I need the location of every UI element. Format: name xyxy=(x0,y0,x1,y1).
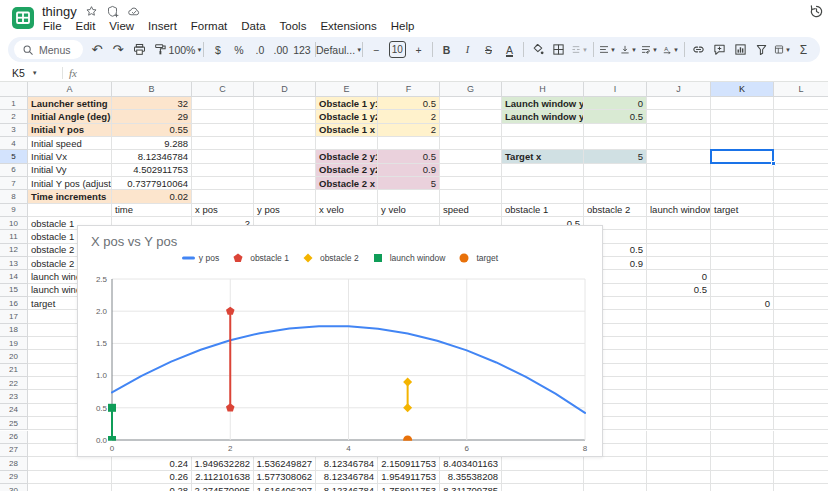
cell-D9[interactable]: y pos xyxy=(254,204,316,217)
cell-K21[interactable] xyxy=(711,364,774,377)
row-header-23[interactable]: 23 xyxy=(0,390,28,403)
cell-J7[interactable] xyxy=(647,177,711,190)
cell-F7[interactable]: 5 xyxy=(378,177,440,190)
menu-edit[interactable]: Edit xyxy=(69,18,103,34)
row-header-13[interactable]: 13 xyxy=(0,257,28,270)
menu-view[interactable]: View xyxy=(102,18,141,34)
menu-data[interactable]: Data xyxy=(234,18,272,34)
cell-J19[interactable] xyxy=(647,337,711,350)
cell-J2[interactable] xyxy=(647,110,711,123)
cell-J11[interactable] xyxy=(647,230,711,243)
cell-H29[interactable] xyxy=(502,471,584,484)
cell-I6[interactable] xyxy=(584,164,647,177)
cell-D28[interactable]: 1.536249827 xyxy=(254,457,316,470)
cell-I7[interactable] xyxy=(584,177,647,190)
cell-F1[interactable]: 0.5 xyxy=(378,97,440,110)
cell-K17[interactable] xyxy=(711,310,774,323)
cell-A6[interactable]: Initial Vy xyxy=(28,164,112,177)
cell-G9[interactable]: speed xyxy=(440,204,502,217)
cell-I9[interactable]: obstacle 2 xyxy=(584,204,647,217)
cell-B6[interactable]: 4.502911753 xyxy=(112,164,192,177)
cell-L19[interactable] xyxy=(774,337,828,350)
cell-C6[interactable] xyxy=(192,164,254,177)
menu-help[interactable]: Help xyxy=(384,18,422,34)
cell-L14[interactable] xyxy=(774,270,828,283)
cell-A2[interactable]: Initial Angle (deg) xyxy=(28,110,112,123)
row-header-4[interactable]: 4 xyxy=(0,137,28,150)
search-menus-button[interactable]: Menus xyxy=(14,40,83,59)
font-select[interactable]: Defaul...▼ xyxy=(319,39,358,60)
cell-C3[interactable] xyxy=(192,124,254,137)
sheets-logo-icon[interactable] xyxy=(11,6,35,34)
cell-K14[interactable] xyxy=(711,270,774,283)
menu-format[interactable]: Format xyxy=(184,18,234,34)
cell-K11[interactable] xyxy=(711,230,774,243)
cell-K3[interactable] xyxy=(711,124,774,137)
cell-D3[interactable] xyxy=(254,124,316,137)
col-header-K[interactable]: K xyxy=(711,82,774,97)
cell-K23[interactable] xyxy=(711,390,774,403)
cell-J21[interactable] xyxy=(647,364,711,377)
cell-L22[interactable] xyxy=(774,377,828,390)
cell-A1[interactable]: Launcher setting xyxy=(28,97,112,110)
strikethrough-button[interactable]: S xyxy=(478,39,499,60)
cell-L26[interactable] xyxy=(774,431,828,444)
cell-E5[interactable]: Obstacle 2 y1 xyxy=(316,150,378,163)
embedded-chart[interactable]: X pos vs Y pos y posobstacle 1obstacle 2… xyxy=(77,225,603,457)
cell-D8[interactable] xyxy=(254,190,316,203)
cell-B7[interactable]: 0.7377910064 xyxy=(112,177,192,190)
row-header-29[interactable]: 29 xyxy=(0,471,28,484)
cell-H9[interactable]: obstacle 1 xyxy=(502,204,584,217)
active-cell-outline[interactable] xyxy=(710,149,774,163)
row-header-17[interactable]: 17 xyxy=(0,310,28,323)
zoom-select[interactable]: 100%▼ xyxy=(171,39,201,60)
col-header-L[interactable]: L xyxy=(774,82,828,97)
cell-K7[interactable] xyxy=(711,177,774,190)
cell-K10[interactable] xyxy=(711,217,774,230)
cell-A5[interactable]: Initial Vx xyxy=(28,150,112,163)
cell-J17[interactable] xyxy=(647,310,711,323)
cell-K2[interactable] xyxy=(711,110,774,123)
cell-J14[interactable]: 0 xyxy=(647,270,711,283)
text-rotate-button[interactable]: A ▼ xyxy=(660,39,681,60)
cell-F30[interactable]: 1.758911753 xyxy=(378,484,440,491)
cell-L30[interactable] xyxy=(774,484,828,491)
cell-F8[interactable] xyxy=(378,190,440,203)
cell-H3[interactable] xyxy=(502,124,584,137)
cell-F28[interactable]: 2.150911753 xyxy=(378,457,440,470)
cell-J29[interactable] xyxy=(647,471,711,484)
cell-C28[interactable]: 1.949632282 xyxy=(192,457,254,470)
cell-J8[interactable] xyxy=(647,190,711,203)
cell-I30[interactable] xyxy=(584,484,647,491)
cell-J27[interactable] xyxy=(647,444,711,457)
cell-K18[interactable] xyxy=(711,324,774,337)
cell-H28[interactable] xyxy=(502,457,584,470)
cell-E1[interactable]: Obstacle 1 y1 xyxy=(316,97,378,110)
cell-E4[interactable] xyxy=(316,137,378,150)
menu-file[interactable]: File xyxy=(36,18,69,34)
cell-B9[interactable]: time xyxy=(112,204,192,217)
decrease-decimal-button[interactable]: .0 xyxy=(249,39,270,60)
cell-E28[interactable]: 8.12346784 xyxy=(316,457,378,470)
col-header-F[interactable]: F xyxy=(378,82,440,97)
cell-B2[interactable]: 29 xyxy=(112,110,192,123)
cell-H1[interactable]: Launch window y1 xyxy=(502,97,584,110)
cell-L25[interactable] xyxy=(774,417,828,430)
cell-A7[interactable]: Initial Y pos (adjusted) xyxy=(28,177,112,190)
cell-L27[interactable] xyxy=(774,444,828,457)
document-title[interactable]: thingy xyxy=(42,4,77,19)
select-all-corner[interactable] xyxy=(0,82,28,97)
insert-comment-button[interactable] xyxy=(709,39,730,60)
menu-tools[interactable]: Tools xyxy=(273,18,314,34)
cell-J23[interactable] xyxy=(647,390,711,403)
cell-C9[interactable]: x pos xyxy=(192,204,254,217)
cell-I4[interactable] xyxy=(584,137,647,150)
cell-A30[interactable] xyxy=(28,484,112,491)
cell-C30[interactable]: 2.274570995 xyxy=(192,484,254,491)
cell-B28[interactable]: 0.24 xyxy=(112,457,192,470)
increase-decimal-button[interactable]: .00 xyxy=(270,39,291,60)
cell-K20[interactable] xyxy=(711,350,774,363)
cell-F5[interactable]: 0.5 xyxy=(378,150,440,163)
row-header-2[interactable]: 2 xyxy=(0,110,28,123)
cell-E2[interactable]: Obstacle 1 y2 xyxy=(316,110,378,123)
